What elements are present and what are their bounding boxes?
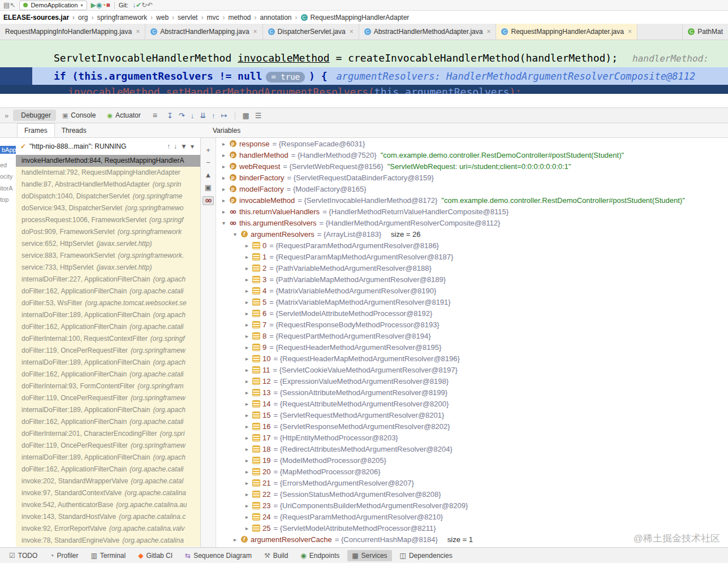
- variable-row[interactable]: ▸ 5 = {MatrixVariableMapMethodArgumentRe…: [216, 296, 728, 308]
- chevron-icon[interactable]: ▸: [243, 276, 251, 283]
- step-over-icon[interactable]: ↷: [179, 111, 185, 120]
- stack-frame-row[interactable]: doFilter:119, OncePerRequestFilter(org.s…: [16, 440, 200, 452]
- stack-frame-row[interactable]: doFilter:162, ApplicationFilterChain(org…: [16, 321, 200, 333]
- chevron-down-icon[interactable]: ▾: [191, 142, 194, 150]
- layout-settings-icon[interactable]: ☰: [255, 111, 262, 120]
- remove-watch-icon[interactable]: −: [203, 159, 213, 166]
- stack-frame-row[interactable]: invoke:97, StandardContextValve(org.apac…: [16, 487, 200, 499]
- statusbar-item[interactable]: Sequence Diagram: [180, 550, 256, 561]
- chevron-icon[interactable]: ▸: [243, 514, 251, 520]
- chevron-icon[interactable]: ▸: [243, 299, 251, 305]
- stack-frame-row[interactable]: doFilter:162, ApplicationFilterChain(org…: [16, 464, 200, 475]
- run-button[interactable]: ▶: [91, 1, 96, 9]
- variable-row[interactable]: ▸ 14 = {RequestAttributeMethodArgumentRe…: [216, 398, 728, 409]
- stack-frame-row[interactable]: invoke:202, StandardWrapperValve(org.apa…: [16, 475, 200, 487]
- show-watches-icon[interactable]: oo: [203, 196, 214, 205]
- stack-frame-row[interactable]: invoke:78, StandardEngineValve(org.apach…: [16, 535, 200, 547]
- chevron-icon[interactable]: ▸: [243, 457, 251, 464]
- chevron-icon[interactable]: ▸: [243, 310, 251, 317]
- stack-frame-row[interactable]: service:883, FrameworkServlet(org.spring…: [16, 250, 200, 262]
- commit-button[interactable]: ✔: [136, 1, 141, 9]
- collapse-chevrons-icon[interactable]: »: [5, 111, 8, 120]
- variable-row[interactable]: ▸ binderFactory = {ServletRequestDataBin…: [216, 172, 728, 183]
- show-execution-point-icon[interactable]: ↧: [167, 111, 173, 120]
- variable-row[interactable]: ▸ 24 = {RequestParamMethodArgumentResolv…: [216, 511, 728, 522]
- breadcrumb-item[interactable]: RequestMappingHandlerAdapter: [301, 14, 410, 21]
- stack-frame-row[interactable]: doFilterInternal:93, FormContentFilter(o…: [16, 380, 200, 392]
- panel-tab[interactable]: Frames: [17, 123, 55, 137]
- editor-tab[interactable]: C RequestMappingInfoHandlerMapping.java: [0, 24, 145, 40]
- refresh-button[interactable]: ↻: [141, 1, 147, 9]
- stack-frame-row[interactable]: internalDoFilter:189, ApplicationFilterC…: [16, 309, 200, 321]
- variable-row[interactable]: ▸ 19 = {ModelMethodProcessor@8205}: [216, 454, 728, 466]
- variable-row[interactable]: ▸ 12 = {ExpressionValueMethodArgumentRes…: [216, 375, 728, 387]
- stack-frame-row[interactable]: invokeHandlerMethod:844, RequestMappingH…: [16, 155, 200, 167]
- move-watch-up-icon[interactable]: ▲: [203, 171, 213, 179]
- statusbar-item[interactable]: TODO: [5, 550, 42, 561]
- statusbar-item[interactable]: Profiler: [45, 550, 83, 561]
- execution-line[interactable]: if (this.argumentResolvers != null= true…: [0, 67, 728, 85]
- chevron-icon[interactable]: ▸: [231, 536, 239, 543]
- chevron-icon[interactable]: ▸: [243, 344, 251, 350]
- breadcrumb-item[interactable]: springframework: [97, 14, 156, 21]
- stack-frame-row[interactable]: invoke:92, ErrorReportValve(org.apache.c…: [16, 523, 200, 535]
- close-icon[interactable]: [136, 28, 140, 36]
- variable-row[interactable]: ▸ webRequest = {ServletWebRequest@8156} …: [216, 161, 728, 172]
- variable-row[interactable]: ▸ 9 = {RequestHeaderMethodArgumentResolv…: [216, 341, 728, 353]
- window-menu-icon[interactable]: ▤: [3, 1, 10, 9]
- editor-tab[interactable]: C AbstractHandlerMapping.java: [145, 24, 262, 40]
- step-out-icon[interactable]: ↑: [212, 111, 216, 120]
- chevron-icon[interactable]: ▸: [219, 186, 228, 192]
- statusbar-item[interactable]: Terminal: [86, 550, 130, 561]
- variable-row[interactable]: ▸ 11 = {ServletCookieValueMethodArgument…: [216, 364, 728, 375]
- breadcrumb-item[interactable]: mvc: [206, 14, 228, 21]
- variable-row[interactable]: ▸ 18 = {RedirectAttributesMethodArgument…: [216, 443, 728, 454]
- chevron-icon[interactable]: ▸: [243, 446, 251, 452]
- chevron-icon[interactable]: ▸: [243, 525, 251, 531]
- variable-row[interactable]: ▸ 4 = {MatrixVariableMethodArgumentResol…: [216, 285, 728, 296]
- stack-frame-row[interactable]: internalDoFilter:227, ApplicationFilterC…: [16, 274, 200, 285]
- chevron-icon[interactable]: ▸: [243, 503, 251, 509]
- chevron-icon[interactable]: ▸: [243, 378, 251, 384]
- breadcrumb-item[interactable]: method: [228, 14, 260, 21]
- variable-row[interactable]: ▸ 13 = {SessionAttributeMethodArgumentRe…: [216, 387, 728, 398]
- chevron-icon[interactable]: ▸: [219, 175, 228, 181]
- editor-tab[interactable]: C AbstractHandlerMethodAdapter.java: [359, 24, 497, 40]
- stack-frame-row[interactable]: doService:943, DispatcherServlet(org.spr…: [16, 202, 200, 214]
- chevron-icon[interactable]: ▸: [243, 435, 251, 441]
- profiler-button[interactable]: ◔: [102, 1, 106, 9]
- close-icon[interactable]: [628, 28, 632, 36]
- selected-code-strip[interactable]: invocableMethod.setHandlerMethodArgument…: [0, 85, 728, 94]
- close-icon[interactable]: [350, 28, 354, 36]
- variable-row[interactable]: ▸ 21 = {ErrorsMethodArgumentResolver@820…: [216, 477, 728, 488]
- statusbar-item[interactable]: Gitlab CI: [133, 550, 177, 561]
- chevron-icon[interactable]: ▸: [219, 209, 228, 215]
- stop-button[interactable]: ■: [106, 1, 110, 9]
- close-icon[interactable]: [253, 28, 257, 36]
- stack-frame-row[interactable]: internalDoFilter:189, ApplicationFilterC…: [16, 452, 200, 464]
- chevron-icon[interactable]: ▸: [243, 288, 251, 294]
- chevron-icon[interactable]: ▸: [243, 412, 251, 418]
- variable-row[interactable]: ▸ 10 = {RequestHeaderMapMethodArgumentRe…: [216, 353, 728, 364]
- variable-row[interactable]: ▸ 6 = {ServletModelAttributeMethodProces…: [216, 308, 728, 319]
- variable-row[interactable]: ▸ invocableMethod = {ServletInvocableHan…: [216, 194, 728, 206]
- chevron-icon[interactable]: ▸: [243, 480, 251, 486]
- variable-row[interactable]: ▸ 23 = {UriComponentsBuilderMethodArgume…: [216, 500, 728, 511]
- chevron-icon[interactable]: ▸: [243, 401, 251, 407]
- stack-frame-row[interactable]: service:733, HttpServlet(javax.servlet.h…: [16, 262, 200, 274]
- variable-row[interactable]: ▸ response = {ResponseFacade@6031}: [216, 138, 728, 149]
- coverage-button[interactable]: ◉: [96, 1, 102, 9]
- variable-row[interactable]: ▸ 7 = {RequestResponseBodyMethodProcesso…: [216, 319, 728, 330]
- chevron-icon[interactable]: ▸: [219, 141, 228, 147]
- debug-tool-tab[interactable]: Actuator: [102, 110, 145, 121]
- stack-frame-row[interactable]: doFilter:162, ApplicationFilterChain(org…: [16, 285, 200, 297]
- chevron-icon[interactable]: ▸: [219, 197, 228, 203]
- variable-row[interactable]: ▸ 2 = {PathVariableMethodArgumentResolve…: [216, 262, 728, 274]
- step-into-icon[interactable]: ↓: [191, 111, 195, 120]
- add-watch-icon[interactable]: +: [203, 146, 213, 154]
- thread-selector[interactable]: "http-nio-888...main": RUNNING: [29, 142, 126, 150]
- variable-row[interactable]: ▸ 20 = {MapMethodProcessor@8206}: [216, 466, 728, 477]
- chevron-icon[interactable]: ▸: [243, 333, 251, 339]
- code-editor[interactable]: ServletInvocableHandlerMethod invocableM…: [0, 40, 728, 94]
- breadcrumb-item[interactable]: annotation: [260, 14, 300, 21]
